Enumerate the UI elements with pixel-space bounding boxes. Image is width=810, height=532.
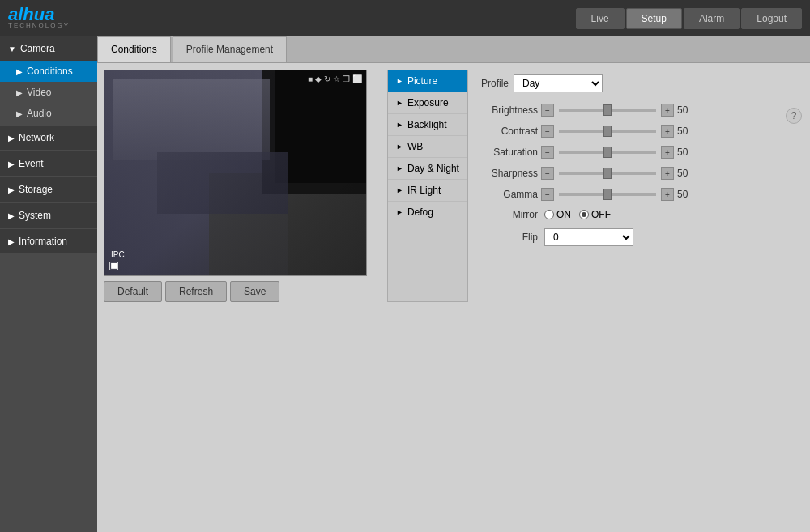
brightness-label: Brightness xyxy=(481,104,538,116)
sidebar-item-audio[interactable]: ▶ Audio xyxy=(0,103,97,124)
gamma-value: 50 xyxy=(677,189,697,200)
gamma-track xyxy=(559,193,656,196)
setup-button[interactable]: Setup xyxy=(626,8,682,29)
sidebar-section-network-label: Network xyxy=(19,132,54,143)
saturation-thumb[interactable] xyxy=(603,147,612,158)
backlight-tri-icon: ► xyxy=(396,121,403,129)
alarm-button[interactable]: Alarm xyxy=(684,8,740,29)
gamma-minus-button[interactable]: − xyxy=(541,188,554,201)
sidebar-section-information-label: Information xyxy=(19,236,67,247)
profile-row: Profile Day Night Normal xyxy=(481,74,795,92)
gamma-thumb[interactable] xyxy=(603,189,612,200)
mirror-on-option[interactable]: ON xyxy=(544,209,571,220)
contrast-thumb[interactable] xyxy=(603,126,612,137)
logout-button[interactable]: Logout xyxy=(741,8,802,29)
settings-panel: ► Picture ► Exposure ► Backlight ► WB xyxy=(387,70,804,302)
menu-item-wb[interactable]: ► WB xyxy=(388,136,467,158)
toolbar-btn-3[interactable]: ↻ xyxy=(324,74,330,83)
saturation-plus-button[interactable]: + xyxy=(661,146,674,159)
sidebar-section-network[interactable]: ▶ Network xyxy=(0,126,97,150)
toolbar-btn-4[interactable]: ☆ xyxy=(333,74,340,83)
sidebar-item-conditions[interactable]: ▶ Conditions xyxy=(0,61,97,82)
contrast-plus-button[interactable]: + xyxy=(661,125,674,138)
tabs-bar: Conditions Profile Management xyxy=(97,36,810,63)
panel-divider xyxy=(377,70,377,302)
flip-row: Flip 0 90 180 270 xyxy=(481,228,795,246)
gamma-plus-button[interactable]: + xyxy=(661,188,674,201)
sharpness-row: Sharpness − + 50 xyxy=(481,167,795,180)
exposure-tri-icon: ► xyxy=(396,99,403,107)
toolbar-btn-2[interactable]: ◆ xyxy=(315,74,322,83)
flip-select[interactable]: 0 90 180 270 xyxy=(544,228,633,246)
menu-item-ir-light[interactable]: ► IR Light xyxy=(388,180,467,202)
sidebar-section-camera[interactable]: ▼ Camera xyxy=(0,36,97,61)
menu-list: ► Picture ► Exposure ► Backlight ► WB xyxy=(387,70,468,302)
controls-panel: Profile Day Night Normal Brightness − xyxy=(473,70,804,302)
event-arrow-icon: ▶ xyxy=(8,160,15,168)
camera-controls: ▣ xyxy=(109,258,119,271)
brightness-minus-button[interactable]: − xyxy=(541,104,554,117)
sidebar-section-storage[interactable]: ▶ Storage xyxy=(0,177,97,202)
saturation-label: Saturation xyxy=(481,147,538,158)
brightness-thumb[interactable] xyxy=(603,104,612,116)
sidebar-section-system[interactable]: ▶ System xyxy=(0,203,97,228)
network-arrow-icon: ▶ xyxy=(8,134,15,143)
refresh-button[interactable]: Refresh xyxy=(165,281,227,302)
menu-item-day-night-label: Day & Night xyxy=(407,163,459,174)
sidebar-item-video[interactable]: ▶ Video xyxy=(0,82,97,103)
audio-arrow-icon: ▶ xyxy=(16,109,23,118)
layout: ▼ Camera ▶ Conditions ▶ Video ▶ Audio ▶ … xyxy=(0,36,810,532)
main-content: Conditions Profile Management I xyxy=(97,36,810,532)
sharpness-track xyxy=(559,172,656,175)
tab-conditions[interactable]: Conditions xyxy=(97,36,171,62)
sharpness-plus-button[interactable]: + xyxy=(661,167,674,180)
menu-item-exposure[interactable]: ► Exposure xyxy=(388,92,467,114)
mirror-on-label: ON xyxy=(556,209,571,220)
toolbar-btn-1[interactable]: ■ xyxy=(308,74,313,83)
header: alhua TECHNOLOGY Live Setup Alarm Logout xyxy=(0,0,810,36)
toolbar-btn-6[interactable]: ⬜ xyxy=(352,74,362,83)
wb-tri-icon: ► xyxy=(396,143,403,151)
preview-area: IPC ▣ ■ ◆ ↻ ☆ ❐ ⬜ Default Refresh xyxy=(104,70,367,302)
content-area: IPC ▣ ■ ◆ ↻ ☆ ❐ ⬜ Default Refresh xyxy=(97,63,810,309)
saturation-minus-button[interactable]: − xyxy=(541,146,554,159)
contrast-minus-button[interactable]: − xyxy=(541,125,554,138)
contrast-value: 50 xyxy=(677,126,697,137)
menu-item-day-night[interactable]: ► Day & Night xyxy=(388,158,467,180)
day-night-tri-icon: ► xyxy=(396,164,403,172)
live-button[interactable]: Live xyxy=(576,8,625,29)
brightness-track xyxy=(559,109,656,112)
profile-select[interactable]: Day Night Normal xyxy=(514,74,603,92)
brightness-plus-button[interactable]: + xyxy=(661,104,674,117)
sharpness-minus-button[interactable]: − xyxy=(541,167,554,180)
tab-profile-management[interactable]: Profile Management xyxy=(173,36,287,62)
mirror-on-radio[interactable] xyxy=(544,210,554,219)
default-button[interactable]: Default xyxy=(104,281,162,302)
saturation-track xyxy=(559,151,656,154)
toolbar-btn-5[interactable]: ❐ xyxy=(343,74,350,83)
action-buttons: Default Refresh Save xyxy=(104,281,367,302)
help-button[interactable]: ? xyxy=(786,108,802,124)
system-arrow-icon: ▶ xyxy=(8,211,15,220)
mirror-label: Mirror xyxy=(481,209,538,220)
contrast-row: Contrast − + 50 xyxy=(481,125,795,138)
save-button[interactable]: Save xyxy=(230,281,279,302)
menu-item-wb-label: WB xyxy=(407,141,423,152)
brightness-value: 50 xyxy=(677,104,697,116)
camera-icon[interactable]: ▣ xyxy=(109,258,119,271)
information-arrow-icon: ▶ xyxy=(8,237,15,246)
menu-item-picture-label: Picture xyxy=(407,75,437,87)
sharpness-thumb[interactable] xyxy=(603,168,612,179)
contrast-track xyxy=(559,130,656,133)
sidebar-section-information[interactable]: ▶ Information xyxy=(0,229,97,253)
camera-arrow-icon: ▼ xyxy=(8,45,16,53)
menu-item-backlight[interactable]: ► Backlight xyxy=(388,114,467,136)
mirror-off-option[interactable]: OFF xyxy=(579,209,611,220)
sidebar-item-video-label: Video xyxy=(27,87,51,98)
menu-item-defog[interactable]: ► Defog xyxy=(388,202,467,223)
profile-label: Profile xyxy=(481,78,509,89)
menu-item-picture[interactable]: ► Picture xyxy=(388,70,467,92)
mirror-off-radio[interactable] xyxy=(579,210,589,219)
gamma-row: Gamma − + 50 xyxy=(481,188,795,201)
sidebar-section-event[interactable]: ▶ Event xyxy=(0,151,97,176)
